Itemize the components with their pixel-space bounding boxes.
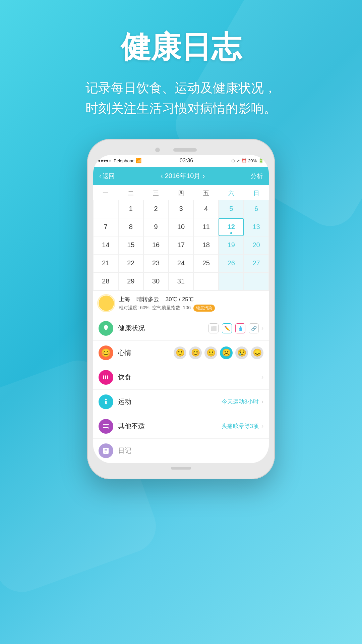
list-item-diary[interactable]: 日记: [93, 439, 269, 463]
cal-cell[interactable]: 23: [143, 254, 169, 272]
mood-icon: 😊: [99, 345, 113, 360]
weekday-thu: 四: [169, 188, 194, 199]
diet-label: 饮食: [118, 373, 259, 382]
carrier-label: Pelephone: [114, 158, 134, 163]
list-item-diet[interactable]: 饮食 ›: [93, 365, 269, 390]
today-indicator: [230, 232, 232, 234]
list-item-exercise[interactable]: 运动 今天运动3小时 ›: [93, 390, 269, 414]
mood-terrible[interactable]: 😞: [251, 346, 263, 359]
cal-cell[interactable]: 31: [169, 272, 194, 290]
list-item-health[interactable]: 健康状况 ⬜ ✏️ 💧 🔗 ›: [93, 316, 269, 341]
discomfort-value: 头痛眩晕等3项: [222, 422, 259, 430]
cal-cell[interactable]: 24: [169, 254, 194, 272]
calendar: 一 二 三 四 五 六 日 1 2 3 4 5 6: [93, 185, 269, 290]
weather-detail: 相对湿度: 60% 空气质量指数: 106 轻度污染: [119, 305, 263, 312]
cal-cell[interactable]: 2: [143, 200, 169, 218]
list-item-discomfort[interactable]: 其他不适 头痛眩晕等3项 ›: [93, 414, 269, 439]
svg-rect-10: [105, 375, 106, 379]
cal-cell[interactable]: 1: [118, 200, 143, 218]
weekday-tue: 二: [118, 188, 143, 199]
list-items: 健康状况 ⬜ ✏️ 💧 🔗 › 😊 心情 �: [93, 316, 269, 463]
cal-cell-today[interactable]: 12: [219, 218, 244, 236]
svg-line-6: [109, 305, 109, 306]
list-item-mood[interactable]: 😊 心情 🙂 😊 😐 ☹️ 😢 😞: [93, 341, 269, 365]
time-display: 03:36: [180, 158, 193, 164]
mood-neutral[interactable]: 😐: [204, 346, 217, 359]
cal-cell-27[interactable]: 27: [244, 254, 269, 272]
cal-cell[interactable]: 25: [193, 254, 219, 272]
mood-happy[interactable]: 😊: [189, 346, 202, 359]
svg-rect-9: [103, 375, 104, 379]
mood-sad[interactable]: ☹️: [220, 346, 233, 359]
cal-cell[interactable]: 8: [118, 218, 143, 236]
page-title: 健康日志: [0, 27, 362, 68]
battery-icon: 🔋: [258, 158, 264, 163]
cal-cell[interactable]: 14: [93, 236, 118, 254]
air-quality-label: 空气质量指数: 106: [152, 305, 191, 311]
back-chevron-icon: ‹: [99, 172, 101, 179]
next-month-button[interactable]: ›: [202, 172, 205, 180]
cal-cell[interactable]: 30: [143, 272, 169, 290]
diary-label: 日记: [118, 446, 263, 455]
cal-cell[interactable]: 22: [118, 254, 143, 272]
cal-cell[interactable]: 15: [118, 236, 143, 254]
cal-cell[interactable]: 7: [93, 218, 118, 236]
back-label: 返回: [103, 172, 115, 180]
weekday-sat: 六: [219, 188, 244, 199]
svg-rect-11: [107, 375, 108, 379]
cal-cell[interactable]: 10: [169, 218, 194, 236]
health-icon-btn-3[interactable]: 💧: [235, 323, 245, 333]
back-button[interactable]: ‹ 返回: [99, 172, 115, 180]
svg-point-0: [104, 301, 109, 306]
analysis-button[interactable]: 分析: [251, 172, 263, 180]
cal-cell[interactable]: 9: [143, 218, 169, 236]
cal-cell[interactable]: 28: [93, 272, 118, 290]
cal-cell[interactable]: 16: [143, 236, 169, 254]
alarm-icon: ⏰: [241, 158, 247, 163]
cal-cell[interactable]: 17: [169, 236, 194, 254]
cal-cell: [193, 272, 219, 290]
battery-label: 20%: [248, 158, 257, 163]
cal-cell-19[interactable]: 19: [219, 236, 244, 254]
weather-main: 上海 晴转多云 30℃ / 25℃: [119, 296, 263, 303]
cal-cell: [244, 272, 269, 290]
cal-cell[interactable]: [93, 200, 118, 218]
cal-cell[interactable]: 18: [193, 236, 219, 254]
cal-cell-5[interactable]: 5: [219, 200, 244, 218]
svg-rect-14: [103, 426, 108, 426]
cal-cell: [219, 272, 244, 290]
status-right: ⊕ ↗ ⏰ 20% 🔋: [231, 158, 264, 163]
app-header: ‹ 返回 ‹ 2016年10月 › 分析: [93, 167, 269, 185]
mood-very-sad[interactable]: 😢: [235, 346, 248, 359]
weather-section: 上海 晴转多云 30℃ / 25℃ 相对湿度: 60% 空气质量指数: 106 …: [93, 290, 269, 316]
calendar-grid: 1 2 3 4 5 6 7 8 9 10 11 12 13: [93, 200, 269, 290]
health-icon-btn-2[interactable]: ✏️: [222, 323, 232, 333]
health-icon-btn-1[interactable]: ⬜: [208, 323, 219, 333]
cal-cell[interactable]: 4: [193, 200, 219, 218]
cal-cell-6[interactable]: 6: [244, 200, 269, 218]
health-icon-btn-4[interactable]: 🔗: [249, 323, 259, 333]
weather-temp: 30℃ / 25℃: [166, 296, 194, 303]
mood-selector[interactable]: 🙂 😊 😐 ☹️ 😢 😞: [174, 346, 263, 359]
weather-condition: 晴转多云: [136, 296, 159, 303]
cal-cell[interactable]: 11: [193, 218, 219, 236]
cal-cell[interactable]: 29: [118, 272, 143, 290]
arrow-icon: ↗: [236, 158, 240, 163]
cal-cell-20[interactable]: 20: [244, 236, 269, 254]
mood-very-happy[interactable]: 🙂: [174, 346, 186, 359]
health-arrow: ›: [261, 325, 263, 332]
weekday-sun: 日: [244, 188, 269, 199]
diary-icon: [99, 443, 113, 458]
wifi-icon: 📶: [136, 158, 141, 163]
status-bar: Pelephone 📶 03:36 ⊕ ↗ ⏰ 20% 🔋: [93, 155, 269, 167]
cal-cell[interactable]: 21: [93, 254, 118, 272]
cal-cell-26[interactable]: 26: [219, 254, 244, 272]
weekday-wed: 三: [143, 188, 169, 199]
weekday-mon: 一: [93, 188, 118, 199]
prev-month-button[interactable]: ‹: [161, 172, 163, 180]
cal-cell[interactable]: 3: [169, 200, 194, 218]
discomfort-label: 其他不适: [118, 422, 222, 431]
svg-line-7: [109, 300, 109, 301]
cal-cell-13[interactable]: 13: [244, 218, 269, 236]
svg-point-12: [105, 398, 107, 400]
